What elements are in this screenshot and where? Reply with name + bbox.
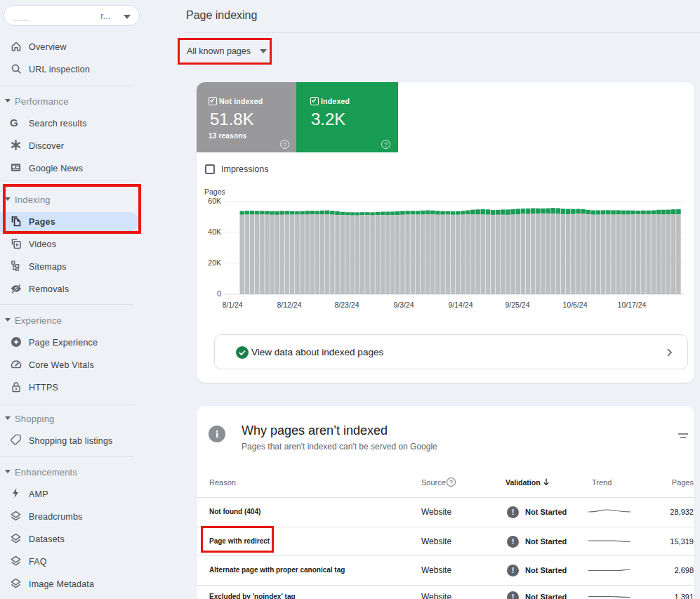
svg-text:9/3/24: 9/3/24 <box>393 301 414 309</box>
svg-text:10/6/24: 10/6/24 <box>562 301 587 309</box>
svg-text:10/17/24: 10/17/24 <box>618 301 647 309</box>
svg-text:20K: 20K <box>208 258 221 267</box>
svg-text:9/14/24: 9/14/24 <box>448 301 473 309</box>
svg-text:0: 0 <box>217 289 221 298</box>
svg-text:9/25/24: 9/25/24 <box>505 301 529 309</box>
svg-text:60K: 60K <box>208 197 221 205</box>
svg-text:8/12/24: 8/12/24 <box>277 301 301 309</box>
svg-text:8/1/24: 8/1/24 <box>222 301 242 309</box>
svg-text:40K: 40K <box>208 228 221 236</box>
svg-text:8/23/24: 8/23/24 <box>334 301 359 309</box>
